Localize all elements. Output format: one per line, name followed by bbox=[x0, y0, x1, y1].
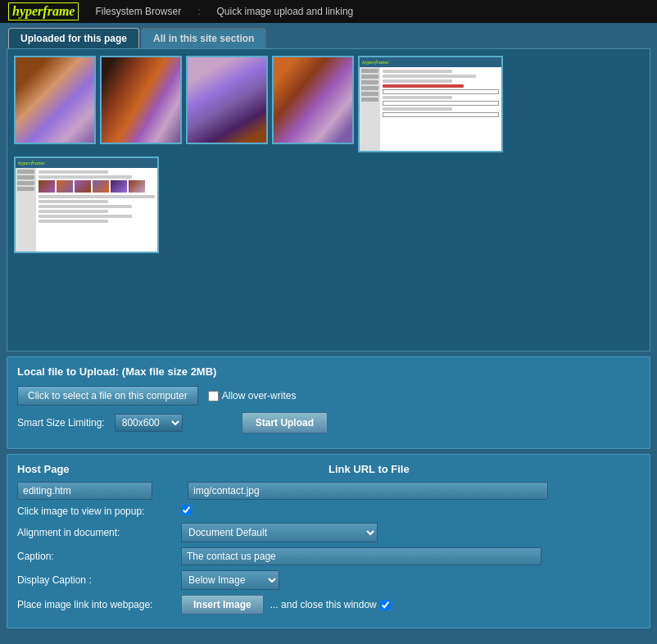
allow-overwrites-checkbox[interactable] bbox=[208, 391, 219, 401]
caption-field[interactable] bbox=[181, 547, 541, 565]
thumbnail-butterfly-4[interactable] bbox=[272, 56, 354, 144]
caption-row: Caption: bbox=[17, 547, 640, 565]
file-select-button[interactable]: Click to select a file on this computer bbox=[17, 386, 198, 406]
tabs-container: Uploaded for this page All in this site … bbox=[0, 23, 657, 48]
link-row-fields bbox=[17, 482, 640, 500]
link-panel: Host Page Link URL to File Click image t… bbox=[7, 454, 650, 628]
alignment-label: Alignment in document: bbox=[17, 527, 181, 538]
thumbnail-screenshot-2[interactable]: hyperframe bbox=[14, 156, 159, 253]
place-link-label: Place image link into webpage: bbox=[17, 599, 181, 610]
link-panel-headers: Host Page Link URL to File bbox=[17, 463, 640, 475]
place-link-row: Place image link into webpage: Insert Im… bbox=[17, 595, 640, 615]
display-caption-row: Display Caption : Below Image Above Imag… bbox=[17, 570, 640, 590]
insert-image-button[interactable]: Insert Image bbox=[181, 595, 264, 615]
tab-all-site-section[interactable]: All in this site section bbox=[141, 28, 266, 48]
brand-logo: hyperframe bbox=[8, 2, 79, 20]
gallery-panel: hyperframe bbox=[7, 48, 650, 351]
host-page-header: Host Page bbox=[17, 463, 328, 475]
popup-label: Click image to view in popup: bbox=[17, 506, 181, 517]
alignment-row: Alignment in document: Document Default … bbox=[17, 523, 640, 542]
popup-checkbox[interactable] bbox=[181, 505, 192, 515]
upload-panel: Local file to Upload: (Max file size 2MB… bbox=[7, 356, 650, 449]
link-url-header: Link URL to File bbox=[328, 463, 640, 475]
display-caption-label: Display Caption : bbox=[17, 574, 181, 586]
topbar: hyperframe Filesystem Browser : Quick im… bbox=[0, 0, 657, 23]
caption-label: Caption: bbox=[17, 551, 181, 562]
close-window-checkbox[interactable] bbox=[380, 600, 391, 610]
display-caption-select[interactable]: Below Image Above Image None bbox=[181, 570, 279, 590]
thumbnail-butterfly-2[interactable] bbox=[100, 56, 182, 144]
nav-filesystem[interactable]: Filesystem Browser bbox=[95, 6, 181, 17]
nav-separator: : bbox=[197, 6, 200, 17]
thumbnail-butterfly-3[interactable] bbox=[186, 56, 268, 144]
smart-size-label: Smart Size Limiting: bbox=[17, 417, 105, 429]
image-grid: hyperframe bbox=[14, 56, 643, 253]
tab-uploaded-for-page[interactable]: Uploaded for this page bbox=[8, 28, 139, 48]
popup-row: Click image to view in popup: bbox=[17, 505, 640, 518]
thumbnail-butterfly-1[interactable] bbox=[14, 56, 96, 144]
upload-panel-title: Local file to Upload: (Max file size 2MB… bbox=[17, 365, 640, 378]
upload-file-row: Click to select a file on this computer … bbox=[17, 386, 640, 406]
alignment-select[interactable]: Document Default Left Right Center bbox=[181, 523, 378, 542]
thumbnail-screenshot-1[interactable]: hyperframe bbox=[358, 56, 503, 152]
host-page-field[interactable] bbox=[17, 482, 152, 500]
close-window-text: ... and close this window bbox=[270, 599, 377, 610]
link-url-field[interactable] bbox=[188, 482, 548, 500]
start-upload-button[interactable]: Start Upload bbox=[242, 412, 328, 433]
nav-upload[interactable]: Quick image upload and linking bbox=[216, 6, 353, 17]
size-select[interactable]: 800x600 1024x768 1280x960 Original bbox=[115, 414, 183, 432]
allow-overwrites-label: Allow over-writes bbox=[208, 390, 297, 401]
smart-size-row: Smart Size Limiting: 800x600 1024x768 12… bbox=[17, 412, 640, 433]
